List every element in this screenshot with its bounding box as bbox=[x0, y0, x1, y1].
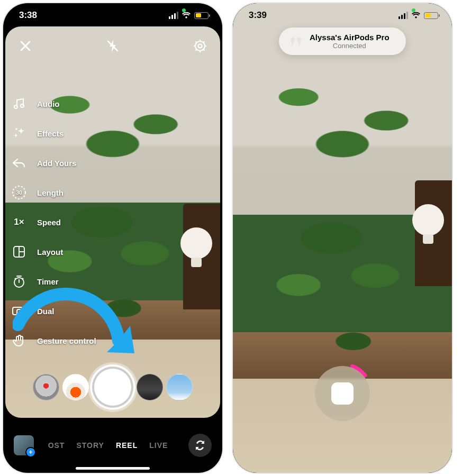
svg-line-8 bbox=[203, 49, 205, 51]
effect-thumb[interactable] bbox=[166, 374, 193, 400]
close-icon[interactable] bbox=[16, 36, 35, 56]
status-bar: 3:39 bbox=[233, 3, 452, 26]
sidebar-item-timer[interactable]: Timer bbox=[11, 273, 96, 290]
music-icon bbox=[11, 95, 28, 112]
svg-line-10 bbox=[203, 42, 205, 43]
wifi-icon bbox=[411, 12, 421, 19]
sidebar-item-audio[interactable]: Audio bbox=[11, 95, 96, 112]
camera-mode-selector[interactable]: OST STORY REEL LIVE bbox=[40, 441, 176, 450]
battery-icon bbox=[194, 12, 209, 19]
sidebar-item-label: Speed bbox=[37, 218, 61, 227]
wifi-icon bbox=[182, 12, 191, 19]
sidebar-item-addyours[interactable]: Add Yours bbox=[11, 154, 96, 171]
sidebar-item-label: Length bbox=[37, 188, 64, 197]
mode-post[interactable]: OST bbox=[48, 441, 65, 450]
effect-thumb[interactable] bbox=[62, 374, 89, 400]
sidebar-item-label: Layout bbox=[37, 248, 63, 257]
airpods-connected-banner[interactable]: Alyssa's AirPods Pro Connected bbox=[279, 28, 406, 55]
sidebar-item-label: Add Yours bbox=[37, 159, 76, 168]
svg-line-9 bbox=[196, 49, 197, 51]
flip-camera-button[interactable] bbox=[188, 434, 212, 457]
reply-arrow-icon bbox=[11, 154, 28, 171]
sidebar-item-effects[interactable]: Effects bbox=[11, 125, 96, 142]
svg-rect-26 bbox=[292, 41, 293, 45]
mode-story[interactable]: STORY bbox=[76, 441, 104, 450]
length-icon: 30 bbox=[11, 184, 28, 201]
sidebar-item-speed[interactable]: 1× Speed bbox=[11, 214, 96, 231]
effect-carousel[interactable] bbox=[5, 366, 220, 408]
dual-camera-icon bbox=[11, 303, 28, 319]
mode-reel[interactable]: REEL bbox=[116, 441, 138, 450]
cellular-icon bbox=[169, 12, 178, 19]
clock-icon bbox=[11, 273, 28, 290]
status-icons bbox=[398, 12, 438, 19]
camera-top-bar bbox=[3, 33, 222, 59]
effect-thumb[interactable] bbox=[33, 374, 59, 400]
svg-rect-28 bbox=[298, 41, 300, 45]
clock: 3:39 bbox=[249, 10, 267, 21]
sidebar-item-label: Timer bbox=[37, 277, 59, 286]
battery-icon bbox=[424, 12, 438, 19]
status-icons bbox=[169, 12, 209, 19]
camera-dock: OST STORY REEL LIVE bbox=[3, 418, 222, 473]
airpods-icon bbox=[288, 36, 303, 47]
svg-point-21 bbox=[15, 278, 16, 280]
sparkle-icon bbox=[11, 125, 28, 142]
banner-subtitle: Connected bbox=[310, 42, 389, 50]
svg-line-7 bbox=[196, 42, 197, 43]
mode-live[interactable]: LIVE bbox=[149, 441, 168, 450]
sidebar-item-dual[interactable]: NEW Dual bbox=[11, 303, 96, 319]
svg-point-11 bbox=[14, 105, 17, 108]
sidebar-item-layout[interactable]: Layout bbox=[11, 243, 96, 260]
stop-button[interactable] bbox=[331, 382, 354, 405]
svg-point-22 bbox=[22, 278, 24, 280]
sidebar-item-label: Dual bbox=[37, 307, 55, 316]
speed-icon: 1× bbox=[11, 214, 28, 231]
gallery-thumbnail[interactable] bbox=[14, 435, 34, 455]
shutter-button[interactable] bbox=[92, 367, 133, 408]
sidebar-item-label: Gesture control bbox=[37, 336, 96, 345]
cellular-icon bbox=[398, 12, 408, 19]
status-bar: 3:38 bbox=[3, 3, 222, 26]
svg-text:30: 30 bbox=[16, 190, 22, 196]
sidebar-item-gesture[interactable]: Gesture control bbox=[11, 332, 96, 349]
hand-icon bbox=[11, 332, 28, 349]
camera-tool-sidebar: Audio Effects Add Yours 30 Length 1× Spe… bbox=[11, 95, 96, 349]
svg-point-2 bbox=[198, 44, 202, 48]
settings-gear-icon[interactable] bbox=[191, 36, 210, 56]
svg-point-12 bbox=[21, 104, 24, 107]
sidebar-item-label: Audio bbox=[37, 99, 60, 108]
phone-right: 3:39 Alyssa's AirPods Pro Connected bbox=[233, 3, 452, 473]
layout-icon bbox=[11, 243, 28, 260]
phone-left: 3:38 bbox=[3, 3, 222, 473]
recording-control[interactable] bbox=[311, 362, 374, 425]
new-badge: NEW bbox=[37, 301, 49, 306]
home-indicator[interactable] bbox=[76, 467, 150, 470]
sidebar-item-label: Effects bbox=[37, 129, 64, 138]
clock: 3:38 bbox=[19, 10, 37, 21]
effect-thumb[interactable] bbox=[137, 374, 163, 400]
banner-title: Alyssa's AirPods Pro bbox=[310, 33, 389, 42]
flash-off-icon[interactable] bbox=[103, 36, 122, 56]
sidebar-item-length[interactable]: 30 Length bbox=[11, 184, 96, 201]
